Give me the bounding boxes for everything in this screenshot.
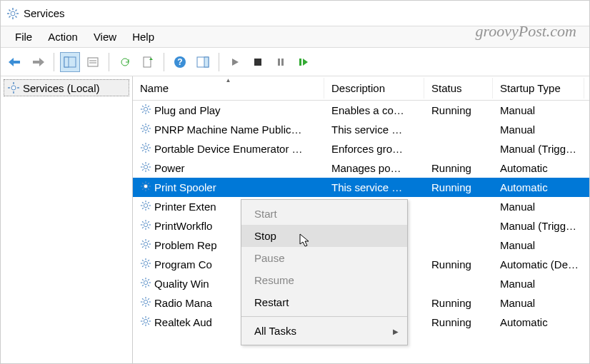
svg-line-37 bbox=[148, 111, 149, 113]
column-header-name[interactable]: Name▲ bbox=[133, 78, 324, 98]
export-list-button[interactable] bbox=[138, 52, 158, 72]
svg-rect-9 bbox=[13, 61, 20, 64]
svg-point-76 bbox=[144, 203, 147, 207]
start-service-button[interactable] bbox=[225, 52, 245, 72]
svg-line-46 bbox=[148, 131, 149, 132]
svg-line-8 bbox=[16, 9, 17, 11]
gear-icon bbox=[140, 161, 151, 175]
menu-view[interactable]: View bbox=[86, 28, 124, 46]
svg-line-66 bbox=[148, 163, 149, 165]
svg-line-5 bbox=[9, 9, 11, 11]
gear-icon bbox=[140, 296, 151, 310]
menu-file[interactable]: File bbox=[8, 28, 39, 46]
tree-root-item[interactable]: Services (Local) bbox=[4, 79, 129, 96]
svg-line-73 bbox=[148, 188, 149, 190]
context-menu-label: All Tasks bbox=[254, 325, 296, 337]
cell-description: Enables a co… bbox=[324, 104, 424, 116]
svg-line-101 bbox=[142, 246, 144, 248]
svg-line-91 bbox=[148, 227, 149, 228]
restart-service-button[interactable] bbox=[294, 52, 314, 72]
svg-rect-25 bbox=[299, 59, 301, 66]
svg-line-111 bbox=[148, 260, 149, 261]
cell-startup: Manual bbox=[493, 297, 584, 309]
svg-line-56 bbox=[142, 150, 144, 151]
show-hide-action-pane-button[interactable] bbox=[193, 52, 213, 72]
gear-icon bbox=[140, 200, 151, 213]
svg-line-47 bbox=[142, 131, 144, 132]
svg-line-118 bbox=[148, 285, 149, 286]
svg-line-57 bbox=[148, 144, 149, 146]
context-menu-separator bbox=[241, 316, 407, 317]
svg-point-0 bbox=[11, 11, 15, 16]
cell-status: Running bbox=[424, 162, 493, 174]
gear-icon bbox=[140, 238, 151, 252]
svg-line-128 bbox=[142, 304, 144, 305]
toolbar-separator bbox=[109, 53, 109, 71]
table-row[interactable]: Print SpoolerThis service …RunningAutoma… bbox=[133, 178, 589, 197]
svg-rect-10 bbox=[33, 61, 40, 64]
pause-service-button[interactable] bbox=[271, 52, 291, 72]
help-button[interactable]: ? bbox=[170, 52, 190, 72]
menu-action[interactable]: Action bbox=[41, 28, 85, 46]
toolbar-separator bbox=[54, 53, 54, 71]
show-hide-tree-button[interactable] bbox=[60, 52, 80, 72]
svg-point-58 bbox=[144, 165, 147, 168]
back-button[interactable] bbox=[5, 52, 25, 72]
svg-point-94 bbox=[144, 242, 147, 246]
svg-rect-21 bbox=[204, 57, 209, 67]
window-title: Services bbox=[24, 7, 65, 19]
context-menu-stop[interactable]: Stop bbox=[241, 225, 407, 247]
menubar: File Action View Help bbox=[1, 26, 589, 48]
cell-status: Running bbox=[424, 258, 493, 271]
svg-line-120 bbox=[148, 279, 149, 280]
cell-description: Enforces gro… bbox=[324, 143, 424, 155]
stop-service-button[interactable] bbox=[248, 52, 268, 72]
gear-icon bbox=[140, 181, 151, 194]
svg-line-36 bbox=[142, 106, 144, 107]
svg-line-48 bbox=[148, 125, 149, 126]
cell-name: Plug and Play bbox=[133, 103, 324, 117]
gear-icon bbox=[6, 7, 19, 20]
cell-name: Print Spooler bbox=[133, 181, 324, 194]
gear-icon bbox=[140, 277, 151, 290]
cell-status: Running bbox=[424, 297, 493, 309]
context-menu-all-tasks[interactable]: All Tasks ▶ bbox=[241, 320, 407, 342]
svg-line-45 bbox=[142, 125, 144, 126]
svg-line-90 bbox=[142, 221, 144, 223]
cell-status: Running bbox=[424, 104, 493, 116]
forward-button[interactable] bbox=[28, 52, 48, 72]
menu-help[interactable]: Help bbox=[125, 28, 161, 46]
gear-icon bbox=[7, 81, 20, 94]
tree-pane: Services (Local) bbox=[1, 76, 133, 364]
svg-line-93 bbox=[148, 221, 149, 223]
table-row[interactable]: PNRP Machine Name Public…This service …M… bbox=[133, 120, 589, 139]
column-header-description[interactable]: Description bbox=[324, 78, 424, 98]
cell-status: Running bbox=[424, 316, 493, 328]
cell-description: Manages po… bbox=[324, 162, 424, 174]
svg-line-6 bbox=[16, 16, 17, 17]
svg-rect-13 bbox=[88, 58, 98, 66]
column-header-startup[interactable]: Startup Type bbox=[493, 78, 584, 98]
svg-line-117 bbox=[142, 279, 144, 280]
svg-line-135 bbox=[142, 318, 144, 319]
svg-rect-24 bbox=[281, 59, 284, 66]
refresh-button[interactable] bbox=[115, 52, 135, 72]
svg-line-129 bbox=[148, 298, 149, 300]
properties-button[interactable] bbox=[83, 52, 103, 72]
svg-point-103 bbox=[144, 261, 147, 265]
list-header: Name▲ Description Status Startup Type bbox=[133, 76, 589, 101]
svg-line-108 bbox=[142, 260, 144, 261]
table-row[interactable]: Plug and PlayEnables a co…RunningManual bbox=[133, 101, 589, 120]
svg-point-40 bbox=[144, 126, 147, 130]
toolbar: ? bbox=[1, 48, 589, 76]
svg-line-39 bbox=[148, 106, 149, 107]
column-header-status[interactable]: Status bbox=[424, 78, 493, 98]
cell-startup: Manual bbox=[493, 123, 584, 136]
svg-line-84 bbox=[148, 202, 149, 203]
svg-line-55 bbox=[148, 150, 149, 151]
cell-description: This service … bbox=[324, 123, 424, 136]
table-row[interactable]: Portable Device Enumerator …Enforces gro… bbox=[133, 139, 589, 158]
table-row[interactable]: PowerManages po…RunningAutomatic bbox=[133, 158, 589, 178]
context-menu-restart[interactable]: Restart bbox=[241, 291, 407, 313]
cell-startup: Manual (Trigg… bbox=[493, 220, 584, 232]
